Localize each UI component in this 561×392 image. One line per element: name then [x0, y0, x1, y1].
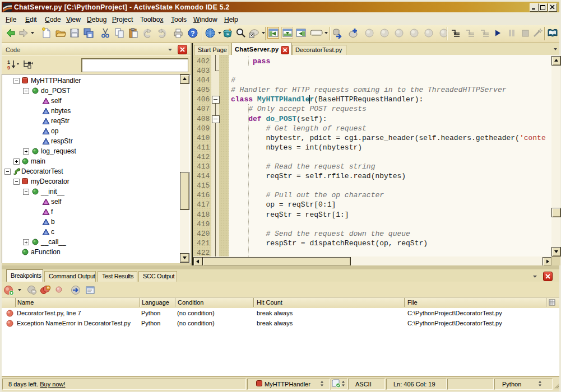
- svg-text:?: ?: [191, 30, 194, 38]
- svg-text:9: 9: [7, 65, 10, 70]
- svg-text:»: »: [226, 31, 229, 37]
- svg-text:1: 1: [7, 59, 10, 65]
